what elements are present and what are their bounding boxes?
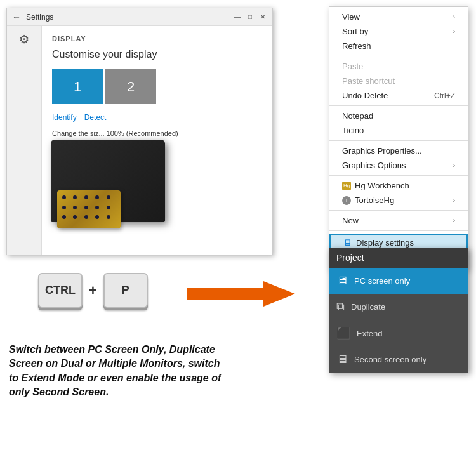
vga-pins	[57, 190, 121, 228]
separator-1	[329, 56, 468, 56]
pin-9	[95, 206, 99, 209]
orange-arrow	[187, 278, 295, 310]
plus-symbol: +	[89, 282, 97, 299]
pin-8	[84, 206, 88, 209]
pin-15	[107, 215, 110, 219]
context-menu: View› Sort by› Refresh Paste Paste short…	[329, 6, 468, 270]
window-title: Settings	[26, 13, 233, 22]
context-menu-item-sortby[interactable]: Sort by›	[329, 24, 468, 39]
context-menu-item-tortoisehg[interactable]: T TortoiseHg ›	[329, 193, 468, 208]
close-button[interactable]: ✕	[258, 13, 267, 22]
second-screen-icon: 🖥	[336, 353, 348, 366]
pin-4	[95, 195, 99, 199]
pin-2	[73, 195, 77, 199]
ctrl-key: CTRL	[38, 273, 83, 308]
identify-link[interactable]: Identify	[52, 113, 77, 122]
separator-6	[329, 230, 468, 231]
context-menu-item-paste-shortcut: Paste shortcut	[329, 74, 468, 88]
pin-1	[62, 195, 66, 199]
monitor-2[interactable]: 2	[105, 69, 156, 104]
pin-3	[84, 195, 88, 199]
svg-marker-0	[187, 281, 295, 307]
duplicate-icon: ⧉	[336, 300, 345, 314]
display-label: DISPLAY	[52, 35, 262, 43]
pin-14	[95, 215, 99, 219]
context-menu-item-paste: Paste	[329, 59, 468, 74]
pin-5	[107, 195, 110, 199]
pin-11	[62, 215, 66, 219]
monitor-area: 1 2	[52, 69, 262, 104]
pin-12	[73, 215, 77, 219]
project-panel: Project 🖥 PC screen only ⧉ Duplicate ⬛ E…	[329, 248, 468, 373]
hg-icon: Hg	[342, 182, 351, 190]
customise-title: Customise your display	[52, 49, 262, 60]
monitor-links: Identify Detect	[52, 113, 262, 122]
context-menu-item-ticino[interactable]: Ticino	[329, 123, 468, 138]
project-header: Project	[329, 248, 468, 268]
tortoise-icon: T	[342, 196, 351, 205]
context-menu-item-view[interactable]: View›	[329, 10, 468, 24]
separator-4	[329, 175, 468, 176]
description-text: Switch between PC Screen Only, Duplicate…	[9, 343, 225, 400]
context-menu-item-notepad[interactable]: Notepad	[329, 109, 468, 123]
display-icon: 🖥	[343, 237, 352, 248]
separator-5	[329, 210, 468, 211]
pin-13	[84, 215, 88, 219]
separator-2	[329, 105, 468, 106]
back-button[interactable]: ←	[12, 12, 21, 22]
project-item-extend[interactable]: ⬛ Extend	[329, 320, 468, 347]
vga-connector-image	[38, 127, 203, 254]
context-menu-item-graphics-options[interactable]: Graphics Options›	[329, 158, 468, 173]
project-item-pc-screen[interactable]: 🖥 PC screen only	[329, 268, 468, 294]
settings-sidebar: ⚙	[7, 26, 42, 255]
context-menu-item-new[interactable]: New›	[329, 213, 468, 228]
detect-link[interactable]: Detect	[84, 113, 107, 122]
pin-6	[62, 206, 66, 209]
vga-body	[51, 140, 165, 222]
extend-icon: ⬛	[336, 326, 350, 340]
gear-icon: ⚙	[19, 32, 29, 46]
title-bar: ← Settings — □ ✕	[7, 8, 272, 26]
pin-10	[107, 206, 110, 209]
project-item-second-screen[interactable]: 🖥 Second screen only	[329, 347, 468, 373]
context-menu-item-refresh[interactable]: Refresh	[329, 39, 468, 53]
keyboard-area: CTRL + P	[38, 273, 148, 308]
monitor-1[interactable]: 1	[52, 69, 103, 104]
separator-3	[329, 140, 468, 141]
context-menu-item-hg-workbench[interactable]: Hg Hg Workbench	[329, 178, 468, 193]
minimize-button[interactable]: —	[233, 13, 242, 22]
maximize-button[interactable]: □	[246, 13, 255, 22]
context-menu-item-graphics-properties[interactable]: Graphics Properties...	[329, 143, 468, 158]
pin-7	[73, 206, 77, 209]
p-key: P	[103, 273, 148, 308]
context-menu-item-undo[interactable]: Undo DeleteCtrl+Z	[329, 88, 468, 103]
window-controls: — □ ✕	[233, 13, 267, 22]
pc-screen-icon: 🖥	[336, 274, 348, 288]
project-item-duplicate[interactable]: ⧉ Duplicate	[329, 294, 468, 320]
